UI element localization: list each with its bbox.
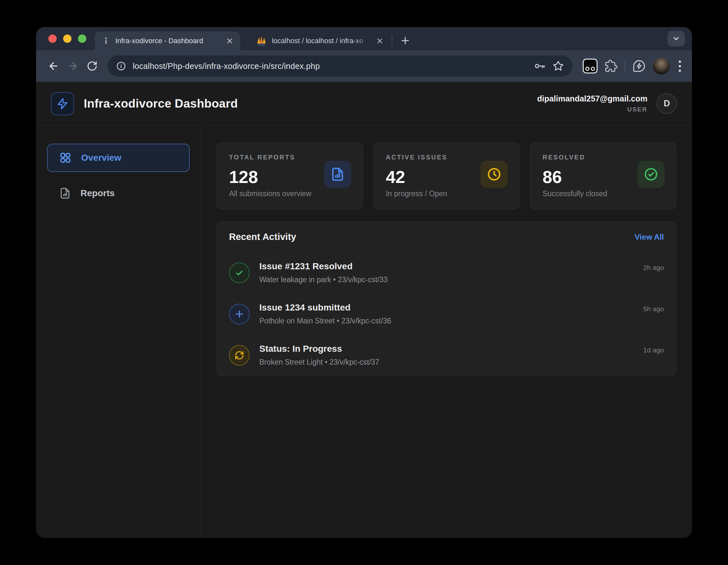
main-content: TOTAL REPORTS 128 All submissions overvi… [201, 126, 692, 538]
close-tab-icon[interactable] [375, 36, 385, 46]
stats-row: TOTAL REPORTS 128 All submissions overvi… [216, 142, 676, 209]
document-chart-icon [330, 167, 345, 181]
browser-toolbar: localhost/Php-devs/infra-xodivorce-in/sr… [36, 50, 692, 82]
plus-icon [400, 36, 410, 45]
stat-label: TOTAL REPORTS [229, 154, 350, 161]
tab-title: localhost / localhost / infra-xo [272, 37, 370, 45]
back-button[interactable] [45, 58, 62, 74]
page: Infra-xodivorce Dashboard dipalimandal25… [36, 82, 692, 538]
tab-strip: Infra-xodivorce - Dashboard PMA localhos… [36, 27, 692, 50]
window-controls [48, 34, 86, 43]
reload-icon [87, 61, 98, 72]
sidebar-item-overview[interactable]: Overview [47, 144, 190, 172]
stat-card-total-reports: TOTAL REPORTS 128 All submissions overvi… [216, 142, 363, 209]
clock-icon [487, 167, 502, 182]
lightning-bolt-icon [56, 98, 69, 110]
extension-icon[interactable] [583, 59, 598, 73]
phpmyadmin-icon: PMA [256, 35, 267, 46]
maximize-window-button[interactable] [78, 34, 86, 43]
activity-subtitle: Water leakage in park • 23/v/kpc-cst/33 [259, 275, 388, 284]
toolbar-extensions [583, 58, 683, 74]
extensions-puzzle-icon[interactable] [605, 60, 618, 72]
bookmark-star-icon[interactable] [552, 60, 564, 72]
url-text[interactable]: localhost/Php-devs/infra-xodivorce-in/sr… [133, 62, 527, 71]
app-logo [51, 92, 74, 115]
forward-icon [67, 60, 79, 72]
stat-caption: Successfully closed [542, 189, 664, 198]
activity-title: Status: In Progress [259, 344, 379, 354]
stat-label: ACTIVE ISSUES [386, 154, 507, 161]
check-circle-icon [644, 167, 658, 182]
stat-icon-chip [481, 161, 508, 188]
user-role-badge: USER [537, 106, 647, 113]
tab-separator [392, 35, 392, 46]
activity-title: Issue #1231 Resolved [259, 261, 388, 272]
stat-icon-chip [324, 161, 351, 188]
minimize-window-button[interactable] [63, 34, 72, 43]
activity-time: 1d ago [643, 344, 664, 354]
forward-button[interactable] [64, 58, 81, 74]
grid-icon [59, 152, 72, 164]
back-icon [48, 60, 59, 72]
user-info: dipalimandal257@gmail.com USER D [537, 93, 677, 114]
reload-button[interactable] [84, 58, 101, 74]
browser-profile-avatar[interactable] [653, 58, 670, 74]
stat-icon-chip [637, 161, 665, 188]
menu-dots-icon[interactable] [677, 61, 683, 72]
check-icon [229, 263, 250, 283]
app-header: Infra-xodivorce Dashboard dipalimandal25… [36, 82, 692, 126]
recent-activity-card: Recent Activity View All Issue #1231 Res… [216, 222, 676, 376]
activity-subtitle: Pothole on Main Street • 23/v/kpc-cst/36 [259, 317, 391, 325]
close-tab-icon[interactable] [225, 36, 235, 46]
close-window-button[interactable] [48, 34, 57, 43]
plus-icon [229, 304, 250, 324]
address-bar[interactable]: localhost/Php-devs/infra-xodivorce-in/sr… [108, 55, 572, 77]
activity-time: 5h ago [643, 302, 664, 313]
password-key-icon[interactable] [534, 60, 546, 72]
sidebar-item-label: Reports [81, 188, 115, 198]
activity-title: Issue 1234 submitted [259, 302, 391, 313]
sidebar-item-reports[interactable]: Reports [47, 179, 190, 207]
stat-label: RESOLVED [542, 154, 664, 161]
performance-leaf-icon[interactable] [632, 59, 646, 73]
avatar: D [656, 93, 677, 114]
new-tab-button[interactable] [398, 34, 412, 48]
svg-text:PMA: PMA [258, 43, 265, 46]
tab-dashboard[interactable]: Infra-xodivorce - Dashboard [95, 32, 240, 50]
site-info-icon[interactable] [116, 61, 126, 71]
activity-row-submitted[interactable]: Issue 1234 submitted Pothole on Main Str… [217, 293, 676, 335]
sidebar: Overview Reports [36, 126, 201, 538]
recent-activity-header: Recent Activity View All [217, 222, 676, 252]
stat-card-resolved: RESOLVED 86 Successfully closed [530, 142, 676, 209]
refresh-icon [229, 345, 250, 366]
tab-title: Infra-xodivorce - Dashboard [115, 37, 220, 45]
tab-search-button[interactable] [667, 31, 685, 46]
chevron-down-icon [672, 34, 680, 43]
recent-activity-title: Recent Activity [229, 232, 296, 242]
user-email: dipalimandal257@gmail.com [537, 94, 647, 103]
activity-row-resolved[interactable]: Issue #1231 Resolved Water leakage in pa… [217, 252, 676, 293]
info-pin-icon [102, 37, 110, 45]
activity-row-in-progress[interactable]: Status: In Progress Broken Street Light … [217, 335, 676, 376]
activity-time: 2h ago [643, 261, 664, 272]
stat-caption: All submissions overview [229, 189, 350, 198]
activity-subtitle: Broken Street Light • 23/v/kpc-cst/37 [259, 358, 379, 367]
tab-phpmyadmin[interactable]: PMA localhost / localhost / infra-xo [249, 32, 390, 50]
toolbar-separator [625, 60, 625, 72]
view-all-link[interactable]: View All [635, 233, 664, 242]
browser-window: Infra-xodivorce - Dashboard PMA localhos… [36, 27, 692, 538]
sidebar-item-label: Overview [81, 153, 121, 163]
page-title: Infra-xodivorce Dashboard [84, 97, 238, 110]
report-document-icon [59, 187, 71, 199]
stat-card-active-issues: ACTIVE ISSUES 42 In progress / Open [373, 142, 520, 209]
stat-caption: In progress / Open [386, 189, 507, 198]
